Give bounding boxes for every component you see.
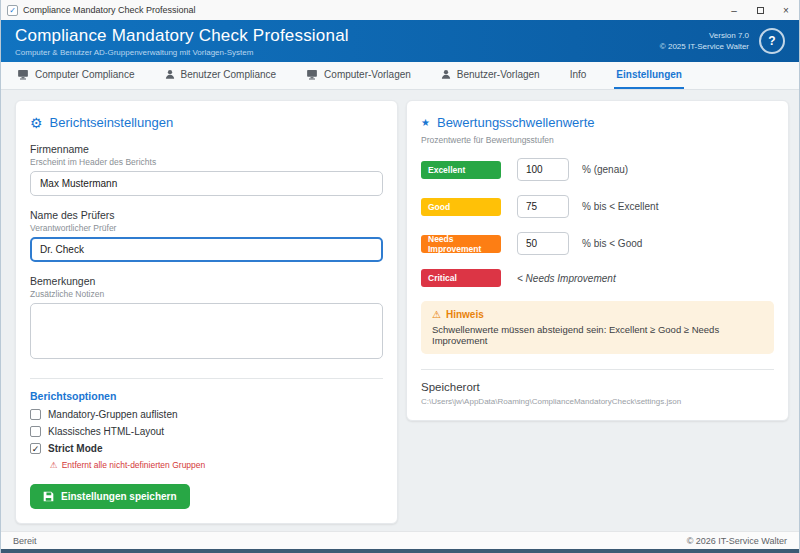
status-bar: Bereit © 2026 IT-Service Walter: [1, 531, 799, 549]
user-icon: [165, 69, 175, 80]
threshold-row-critical: Critical< Needs Improvement: [421, 269, 774, 287]
needs-improvement-threshold-input[interactable]: [517, 232, 569, 255]
status-text: Bereit: [13, 536, 37, 546]
checkbox-icon[interactable]: [30, 426, 41, 437]
tab-computer-vorlagen[interactable]: Computer-Vorlagen: [304, 62, 413, 89]
close-button[interactable]: ×: [773, 0, 799, 20]
app-window: ✓ Compliance Mandatory Check Professiona…: [0, 0, 800, 553]
option-label: Mandatory-Gruppen auflisten: [48, 409, 178, 420]
good-threshold-input[interactable]: [517, 195, 569, 218]
content-area: ⚙ Berichtseinstellungen FirmennameErsche…: [1, 90, 799, 531]
options-title: Berichtsoptionen: [30, 390, 383, 402]
threshold-suffix: % (genau): [582, 164, 628, 175]
thresholds-subtitle: Prozentwerte für Bewertungsstufen: [421, 135, 774, 145]
computer-icon: [306, 69, 318, 80]
tab-label: Einstellungen: [616, 69, 682, 80]
bemerkungen-input[interactable]: [30, 303, 383, 359]
checkbox-icon[interactable]: [30, 409, 41, 420]
notice-text: Schwellenwerte müssen absteigend sein: E…: [432, 324, 763, 346]
thresholds-title-text: Bewertungsschwellenwerte: [437, 115, 595, 130]
field-name-des-pr-fers: Name des PrüfersVerantwortlicher Prüfer: [30, 209, 383, 262]
badge-critical: Critical: [421, 269, 501, 287]
field-label: Firmenname: [30, 143, 383, 155]
threshold-suffix: % bis < Excellent: [582, 201, 658, 212]
header-titles: Compliance Mandatory Check Professional …: [15, 26, 349, 57]
tab-benutzer-vorlagen[interactable]: Benutzer-Vorlagen: [439, 62, 542, 89]
warning-icon: ⚠: [432, 309, 441, 320]
window-controls: – ×: [721, 0, 799, 20]
threshold-suffix: % bis < Good: [582, 238, 642, 249]
version-label: Version 7.0: [660, 30, 749, 41]
report-settings-title-text: Berichtseinstellungen: [50, 115, 174, 130]
warning-text: Entfernt alle nicht-definierten Gruppen: [62, 460, 206, 470]
tab-einstellungen[interactable]: Einstellungen: [614, 62, 684, 89]
field-hint: Erscheint im Header des Berichts: [30, 157, 383, 167]
tab-benutzer-compliance[interactable]: Benutzer Compliance: [163, 62, 279, 89]
option-label: Strict Mode: [48, 443, 102, 454]
storage-path: C:\Users\jw\AppData\Roaming\ComplianceMa…: [421, 397, 774, 406]
tab-bar: Computer ComplianceBenutzer ComplianceCo…: [1, 62, 799, 90]
option-strict-mode[interactable]: ✓Strict Mode: [30, 443, 383, 454]
star-icon: ★: [421, 118, 430, 128]
field-hint: Verantwortlicher Prüfer: [30, 223, 383, 233]
header-copyright: © 2025 IT-Service Walter: [660, 41, 749, 52]
maximize-button[interactable]: [747, 0, 773, 20]
titlebar-title: Compliance Mandatory Check Professional: [23, 5, 196, 15]
option-mandatory-gruppen-auflisten[interactable]: Mandatory-Gruppen auflisten: [30, 409, 383, 420]
option-klassisches-html-layout[interactable]: Klassisches HTML-Layout: [30, 426, 383, 437]
tab-label: Benutzer Compliance: [181, 69, 277, 80]
tab-info[interactable]: Info: [568, 62, 589, 89]
user-icon: [441, 69, 451, 80]
thresholds-title: ★ Bewertungsschwellenwerte: [421, 115, 774, 130]
tab-label: Computer Compliance: [35, 69, 135, 80]
option-label: Klassisches HTML-Layout: [48, 426, 164, 437]
badge-needs-improvement: Needs Improvement: [421, 235, 501, 253]
warning-icon: ⚠: [50, 460, 58, 470]
tab-label: Info: [570, 69, 587, 80]
threshold-row-excellent: Excellent% (genau): [421, 158, 774, 181]
help-button[interactable]: ?: [759, 28, 785, 54]
notice-box: ⚠ Hinweis Schwellenwerte müssen absteige…: [421, 301, 774, 354]
field-label: Bemerkungen: [30, 275, 383, 287]
notice-title-text: Hinweis: [446, 309, 484, 320]
save-button-label: Einstellungen speichern: [61, 491, 177, 502]
firmenname-input[interactable]: [30, 171, 383, 196]
name-des-pr-fers-input[interactable]: [30, 237, 383, 262]
divider: [421, 369, 774, 370]
threshold-rows: Excellent% (genau)Good% bis < ExcellentN…: [421, 158, 774, 287]
version-block: Version 7.0 © 2025 IT-Service Walter: [660, 30, 749, 52]
report-settings-card: ⚙ Berichtseinstellungen FirmennameErsche…: [15, 100, 398, 524]
gear-icon: ⚙: [30, 116, 43, 130]
divider: [30, 378, 383, 379]
app-header: Compliance Mandatory Check Professional …: [1, 20, 799, 62]
excellent-threshold-input[interactable]: [517, 158, 569, 181]
tab-label: Benutzer-Vorlagen: [457, 69, 540, 80]
thresholds-card: ★ Bewertungsschwellenwerte Prozentwerte …: [406, 100, 789, 421]
report-settings-title: ⚙ Berichtseinstellungen: [30, 115, 383, 130]
threshold-row-good: Good% bis < Excellent: [421, 195, 774, 218]
badge-excellent: Excellent: [421, 161, 501, 179]
storage-title: Speicherort: [421, 381, 774, 393]
fields-container: FirmennameErscheint im Header des Berich…: [30, 143, 383, 363]
save-icon: [43, 491, 54, 502]
maximize-icon: [757, 7, 764, 14]
tab-computer-compliance[interactable]: Computer Compliance: [15, 62, 137, 89]
notice-title: ⚠ Hinweis: [432, 309, 763, 320]
checkbox-checked-icon[interactable]: ✓: [30, 443, 41, 454]
header-title: Compliance Mandatory Check Professional: [15, 26, 349, 46]
field-bemerkungen: BemerkungenZusätzliche Notizen: [30, 275, 383, 363]
minimize-button[interactable]: –: [721, 0, 747, 20]
window-border-bottom: [1, 549, 799, 553]
computer-icon: [17, 69, 29, 80]
save-settings-button[interactable]: Einstellungen speichern: [30, 484, 190, 509]
tab-label: Computer-Vorlagen: [324, 69, 411, 80]
options-container: Mandatory-Gruppen auflistenKlassisches H…: [30, 409, 383, 470]
app-icon: ✓: [7, 5, 18, 16]
field-firmenname: FirmennameErscheint im Header des Berich…: [30, 143, 383, 196]
titlebar: ✓ Compliance Mandatory Check Professiona…: [1, 0, 799, 20]
badge-good: Good: [421, 198, 501, 216]
field-hint: Zusätzliche Notizen: [30, 289, 383, 299]
threshold-suffix: < Needs Improvement: [517, 273, 616, 284]
header-subtitle: Computer & Benutzer AD-Gruppenverwaltung…: [15, 48, 349, 57]
statusbar-copyright: © 2026 IT-Service Walter: [687, 536, 787, 546]
